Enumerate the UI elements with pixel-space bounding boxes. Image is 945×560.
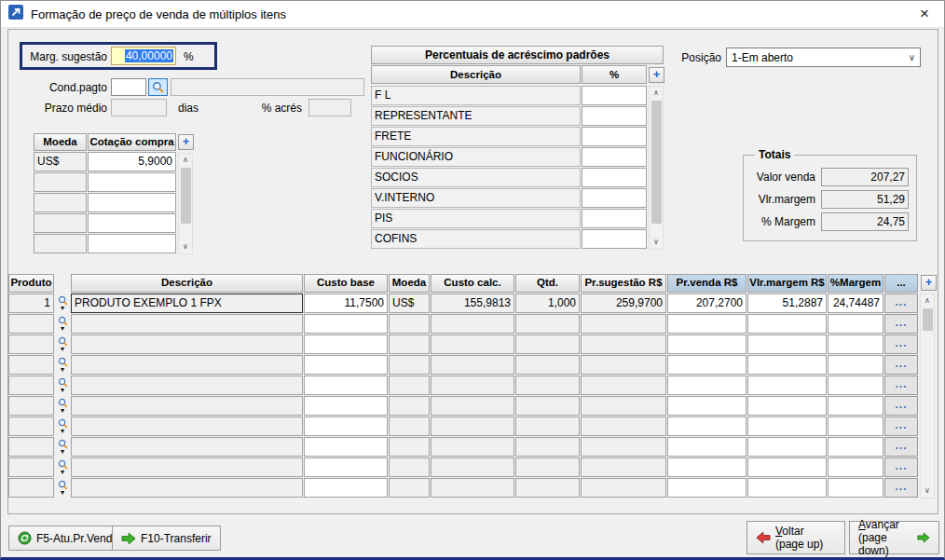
items-cell-pr-venda[interactable]: 207,2700: [667, 294, 746, 313]
f5-update-price-button[interactable]: F5-Atu.Pr.Venda: [8, 526, 128, 551]
caret-down-icon[interactable]: ▾: [61, 388, 64, 393]
marg-sugestao-input[interactable]: 40,00000: [111, 47, 176, 65]
caret-down-icon[interactable]: ▾: [61, 449, 64, 455]
items-cell-pct-margem[interactable]: [828, 437, 883, 457]
percentual-value-cell[interactable]: [582, 106, 647, 126]
scroll-thumb[interactable]: [651, 101, 662, 224]
items-cell-vlr-margem[interactable]: [747, 458, 827, 477]
items-row-more-button[interactable]: ...: [884, 458, 918, 477]
items-row-search-button[interactable]: ▾: [55, 458, 70, 477]
items-cell-pct-margem[interactable]: [828, 355, 883, 375]
scroll-up-icon[interactable]: ∧: [921, 294, 934, 307]
items-cell-pct-margem[interactable]: [828, 396, 883, 416]
items-cell-vlr-margem[interactable]: [747, 355, 827, 375]
items-row-more-button[interactable]: ...: [884, 417, 918, 436]
items-row-search-button[interactable]: ▾: [55, 376, 70, 395]
items-cell-vlr-margem[interactable]: [747, 437, 827, 457]
percentual-value-cell[interactable]: [582, 168, 647, 187]
items-row-search-button[interactable]: ▾: [55, 335, 70, 354]
scroll-down-icon[interactable]: ∨: [179, 240, 192, 253]
cotacao-cell[interactable]: [88, 213, 176, 233]
items-cell-custo-base[interactable]: 11,7500: [304, 294, 388, 313]
scroll-up-icon[interactable]: ∧: [650, 87, 663, 100]
items-cell-pct-margem[interactable]: [828, 314, 883, 334]
items-cell-pct-margem[interactable]: [828, 478, 883, 498]
items-cell-vlr-margem[interactable]: [747, 335, 827, 354]
items-row-search-button[interactable]: ▾: [55, 314, 70, 334]
scroll-thumb[interactable]: [181, 168, 191, 224]
items-cell-pr-venda[interactable]: [667, 335, 746, 354]
items-cell-custo-base[interactable]: [304, 458, 388, 477]
items-row-more-button[interactable]: ...: [884, 376, 918, 395]
percentual-value-cell[interactable]: [582, 86, 647, 105]
items-row-more-button[interactable]: ...: [884, 335, 918, 354]
cotacao-cell[interactable]: [88, 193, 176, 212]
posicao-select[interactable]: 1-Em aberto ∨: [726, 48, 921, 67]
caret-down-icon[interactable]: ▾: [61, 408, 64, 414]
items-cell-pct-margem[interactable]: [828, 458, 883, 477]
items-cell-pct-margem[interactable]: [828, 417, 883, 436]
percentual-value-cell[interactable]: [582, 188, 647, 208]
items-row-search-button[interactable]: ▾: [55, 478, 70, 498]
items-cell-pr-venda[interactable]: [667, 396, 746, 416]
items-add-icon[interactable]: +: [921, 275, 937, 291]
items-cell-pct-margem[interactable]: 24,74487: [828, 294, 883, 313]
items-row-search-button[interactable]: ▾: [55, 437, 70, 457]
scroll-down-icon[interactable]: ∨: [921, 485, 934, 498]
percentual-value-cell[interactable]: [582, 209, 647, 228]
items-cell-vlr-margem[interactable]: [747, 478, 827, 498]
voltar-button[interactable]: Voltar (page up): [746, 521, 845, 554]
items-cell-custo-base[interactable]: [304, 417, 388, 436]
items-row-search-button[interactable]: ▾: [55, 355, 70, 375]
caret-down-icon[interactable]: ▾: [61, 470, 64, 475]
items-row-search-button[interactable]: ▾: [55, 417, 70, 436]
items-cell-custo-base[interactable]: [304, 355, 388, 375]
cotacao-cell[interactable]: [88, 172, 176, 192]
items-cell-pct-margem[interactable]: [828, 335, 883, 354]
items-row-more-button[interactable]: ...: [884, 294, 918, 313]
items-cell-pr-venda[interactable]: [667, 478, 746, 498]
percentual-value-cell[interactable]: [582, 229, 647, 249]
items-cell-custo-base[interactable]: [304, 376, 388, 395]
items-cell-vlr-margem[interactable]: [747, 396, 827, 416]
items-cell-custo-base[interactable]: [304, 437, 388, 457]
items-cell-vlr-margem[interactable]: [747, 314, 827, 334]
items-cell-custo-base[interactable]: [304, 335, 388, 354]
scroll-thumb[interactable]: [923, 308, 933, 331]
cotacao-cell[interactable]: 5,9000: [88, 152, 176, 171]
items-cell-pr-venda[interactable]: [667, 437, 746, 457]
moeda-scrollbar[interactable]: ∧ ∨: [178, 153, 193, 254]
items-row-more-button[interactable]: ...: [884, 314, 918, 334]
items-row-more-button[interactable]: ...: [884, 355, 918, 375]
moeda-add-icon[interactable]: +: [178, 134, 194, 150]
caret-down-icon[interactable]: ▾: [61, 367, 64, 373]
items-row-more-button[interactable]: ...: [884, 478, 918, 498]
items-row-search-button[interactable]: ▾: [55, 396, 70, 416]
close-icon[interactable]: ×: [912, 5, 937, 23]
items-cell-pr-venda[interactable]: [667, 417, 746, 436]
percentuais-scrollbar[interactable]: ∧ ∨: [649, 86, 664, 250]
items-cell-custo-base[interactable]: [304, 314, 388, 334]
items-row-search-button[interactable]: ▾: [55, 294, 70, 313]
scroll-up-icon[interactable]: ∧: [179, 154, 192, 167]
cond-pagto-search-button[interactable]: [148, 78, 168, 96]
percentuais-add-icon[interactable]: +: [649, 67, 664, 83]
caret-down-icon[interactable]: ▾: [61, 326, 64, 332]
items-scrollbar[interactable]: ∧ ∨: [920, 294, 935, 499]
items-cell-vlr-margem[interactable]: 51,2887: [747, 294, 827, 313]
cotacao-cell[interactable]: [88, 234, 176, 253]
items-cell-custo-base[interactable]: [304, 478, 388, 498]
caret-down-icon[interactable]: ▾: [61, 490, 64, 496]
percentual-value-cell[interactable]: [582, 147, 647, 167]
f10-transfer-button[interactable]: F10-Transferir: [112, 526, 221, 551]
caret-down-icon[interactable]: ▾: [61, 347, 64, 352]
items-row-more-button[interactable]: ...: [884, 396, 918, 416]
percentual-value-cell[interactable]: [582, 127, 647, 146]
items-cell-pr-venda[interactable]: [667, 458, 746, 477]
cond-pagto-input[interactable]: [111, 78, 146, 96]
items-cell-pr-venda[interactable]: [667, 376, 746, 395]
items-cell-pr-venda[interactable]: [667, 355, 746, 375]
items-cell-vlr-margem[interactable]: [747, 376, 827, 395]
items-cell-pct-margem[interactable]: [828, 376, 883, 395]
caret-down-icon[interactable]: ▾: [61, 306, 64, 311]
